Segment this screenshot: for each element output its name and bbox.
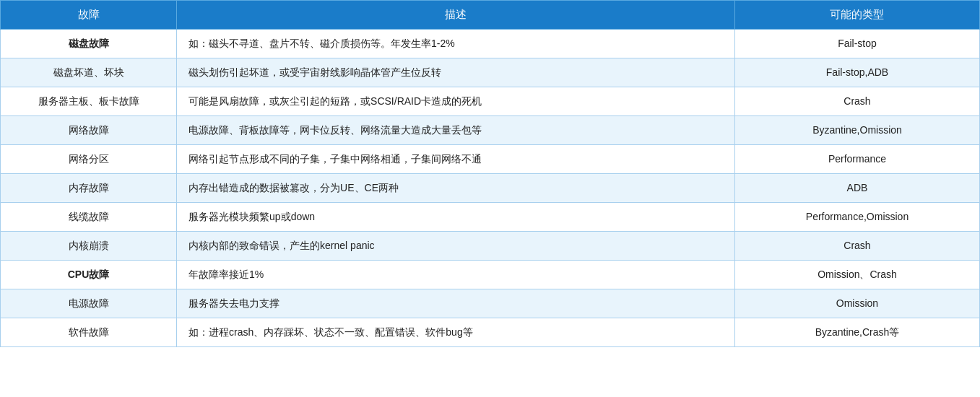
type-cell: Crash xyxy=(734,87,979,116)
type-cell: Fail-stop,ADB xyxy=(734,58,979,87)
fault-cell: 软件故障 xyxy=(1,318,177,347)
description-cell: 年故障率接近1% xyxy=(177,261,735,289)
table-row: 软件故障如：进程crash、内存踩坏、状态不一致、配置错误、软件bug等Byza… xyxy=(1,318,980,347)
header-fault: 故障 xyxy=(1,1,177,30)
type-cell: Crash xyxy=(734,232,979,261)
table-row: 线缆故障服务器光模块频繁up或downPerformance,Omission xyxy=(1,203,980,232)
table-row: 电源故障服务器失去电力支撑Omission xyxy=(1,289,980,318)
table-row: 网络故障电源故障、背板故障等，网卡位反转、网络流量大造成大量丢包等Byzanti… xyxy=(1,116,980,145)
description-cell: 磁头划伤引起坏道，或受宇宙射线影响晶体管产生位反转 xyxy=(177,58,735,87)
type-cell: Byzantine,Omission xyxy=(734,116,979,145)
fault-cell: 线缆故障 xyxy=(1,203,177,232)
type-cell: ADB xyxy=(734,174,979,203)
fault-cell: 网络故障 xyxy=(1,116,177,145)
type-cell: Omission xyxy=(734,289,979,318)
table-row: 磁盘故障如：磁头不寻道、盘片不转、磁介质损伤等。年发生率1-2%Fail-sto… xyxy=(1,30,980,58)
fault-cell: CPU故障 xyxy=(1,261,177,289)
type-cell: Performance,Omission xyxy=(734,203,979,232)
fault-cell: 电源故障 xyxy=(1,289,177,318)
table-row: 网络分区网络引起节点形成不同的子集，子集中网络相通，子集间网络不通Perform… xyxy=(1,145,980,174)
fault-cell: 内核崩溃 xyxy=(1,232,177,261)
table-row: 磁盘坏道、坏块磁头划伤引起坏道，或受宇宙射线影响晶体管产生位反转Fail-sto… xyxy=(1,58,980,87)
type-cell: Fail-stop xyxy=(734,30,979,58)
description-cell: 电源故障、背板故障等，网卡位反转、网络流量大造成大量丢包等 xyxy=(177,116,735,145)
type-cell: Byzantine,Crash等 xyxy=(734,318,979,347)
description-cell: 可能是风扇故障，或灰尘引起的短路，或SCSI/RAID卡造成的死机 xyxy=(177,87,735,116)
fault-cell: 网络分区 xyxy=(1,145,177,174)
fault-cell: 服务器主板、板卡故障 xyxy=(1,87,177,116)
fault-cell: 磁盘坏道、坏块 xyxy=(1,58,177,87)
table-row: 内核崩溃内核内部的致命错误，产生的kernel panicCrash xyxy=(1,232,980,261)
header-description: 描述 xyxy=(177,1,735,30)
description-cell: 如：磁头不寻道、盘片不转、磁介质损伤等。年发生率1-2% xyxy=(177,30,735,58)
type-cell: Omission、Crash xyxy=(734,261,979,289)
description-cell: 网络引起节点形成不同的子集，子集中网络相通，子集间网络不通 xyxy=(177,145,735,174)
description-cell: 如：进程crash、内存踩坏、状态不一致、配置错误、软件bug等 xyxy=(177,318,735,347)
table-row: CPU故障年故障率接近1%Omission、Crash xyxy=(1,261,980,289)
fault-cell: 内存故障 xyxy=(1,174,177,203)
fault-cell: 磁盘故障 xyxy=(1,30,177,58)
description-cell: 内核内部的致命错误，产生的kernel panic xyxy=(177,232,735,261)
description-cell: 服务器失去电力支撑 xyxy=(177,289,735,318)
description-cell: 服务器光模块频繁up或down xyxy=(177,203,735,232)
table-row: 服务器主板、板卡故障可能是风扇故障，或灰尘引起的短路，或SCSI/RAID卡造成… xyxy=(1,87,980,116)
type-cell: Performance xyxy=(734,145,979,174)
table-row: 内存故障内存出错造成的数据被篡改，分为UE、CE两种ADB xyxy=(1,174,980,203)
header-type: 可能的类型 xyxy=(734,1,979,30)
description-cell: 内存出错造成的数据被篡改，分为UE、CE两种 xyxy=(177,174,735,203)
